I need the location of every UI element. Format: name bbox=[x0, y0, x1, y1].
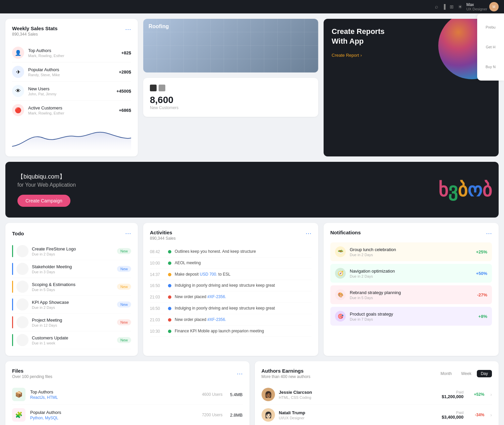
notif-value: +8% bbox=[479, 314, 487, 319]
sales-chart bbox=[12, 123, 131, 150]
activities-menu[interactable]: ⋯ bbox=[305, 230, 312, 237]
earnings-subtitle: More than 400 new authors bbox=[262, 374, 311, 379]
avatar[interactable]: M bbox=[489, 2, 499, 11]
stat-name: Popular Authors bbox=[28, 67, 119, 72]
campaign-sub: for Your Web Application bbox=[17, 182, 487, 188]
period-tabs: Month Week Day bbox=[437, 370, 492, 377]
middle-top: Roofing 8,600 New Customers bbox=[143, 19, 318, 156]
notif-icon-rebrand: 🎨 bbox=[335, 289, 346, 300]
period-day[interactable]: Day bbox=[477, 370, 492, 377]
active-customers-icon: 🔴 bbox=[12, 104, 24, 116]
activity-dot bbox=[168, 318, 171, 322]
activity-time: 10:00 bbox=[150, 260, 165, 266]
todo-avatar bbox=[16, 334, 29, 346]
activities-list: 08:42 Outlines keep you honest. And keep… bbox=[150, 246, 312, 337]
search-icon[interactable]: ⌕ bbox=[435, 4, 438, 10]
file-name: Popular Authors bbox=[30, 410, 196, 415]
activity-item: 14:37 Make deposit USD 700. to ESL bbox=[150, 269, 312, 280]
activity-dot bbox=[168, 250, 171, 253]
customers-label: New Customers bbox=[150, 105, 312, 110]
activity-dot bbox=[168, 307, 171, 310]
activity-text: Indulging in poorly driving and keep str… bbox=[175, 283, 275, 288]
todo-name: Customers Update bbox=[32, 335, 117, 340]
create-campaign-button[interactable]: Create Campaign bbox=[17, 195, 70, 207]
files-list: 📦 Top Authors ReactJs, HTML 4600 Users 5… bbox=[12, 384, 243, 425]
grid-icon[interactable]: ⊞ bbox=[450, 4, 454, 9]
todo-badge: New bbox=[117, 319, 131, 325]
campaign-banner: 【biqubiqu.com】 for Your Web Application … bbox=[5, 162, 499, 218]
stats-list: 👤 Top Authors Mark, Rowling, Esther +82$… bbox=[12, 43, 131, 120]
files-menu[interactable]: ⋯ bbox=[237, 370, 243, 377]
side-panel-prebu[interactable]: Prebu bbox=[486, 25, 495, 29]
stat-value: +686$ bbox=[119, 108, 131, 113]
activity-link[interactable]: #XF-2356. bbox=[207, 317, 226, 322]
user-role: UX Designer bbox=[466, 7, 487, 11]
todo-avatar bbox=[16, 245, 29, 257]
activity-link[interactable]: #XF-2356. bbox=[207, 294, 226, 299]
user-info: Max UX Designer M bbox=[466, 2, 499, 11]
side-panel-buy-n[interactable]: Buy N bbox=[486, 65, 496, 69]
notif-sub: Due in 5 Days bbox=[350, 296, 473, 300]
todo-bar bbox=[12, 245, 13, 257]
todo-card: Todo ⋯ Create FireStone Logo Due in 2 Da… bbox=[5, 223, 138, 356]
todo-bar bbox=[12, 263, 13, 275]
notif-title: Navigation optimization bbox=[350, 269, 472, 274]
paid-amount: $1,200,000 bbox=[442, 394, 463, 399]
shape-y: ბ bbox=[458, 179, 467, 201]
row-3: Files Over 100 pending files ⋯ 📦 Top Aut… bbox=[0, 361, 504, 425]
chevron-right-icon[interactable]: › bbox=[490, 412, 492, 418]
todo-badge: New bbox=[117, 301, 131, 308]
period-week[interactable]: Week bbox=[457, 370, 475, 377]
notif-title: Group lunch celebration bbox=[350, 247, 472, 252]
todo-header: Todo ⋯ bbox=[12, 230, 131, 237]
todo-due: Due in 5 Days bbox=[32, 288, 117, 292]
shape-g: ვ bbox=[448, 179, 458, 201]
todo-bar bbox=[12, 316, 13, 328]
stat-top-authors: 👤 Top Authors Mark, Rowling, Esther +82$ bbox=[12, 43, 131, 62]
top-authors-icon: 👤 bbox=[12, 47, 24, 59]
activity-link[interactable]: USD 700. bbox=[200, 272, 217, 277]
notifications-menu[interactable]: ⋯ bbox=[486, 230, 492, 237]
chevron-right-icon[interactable]: › bbox=[490, 392, 492, 397]
customers-number: 8,600 bbox=[150, 95, 312, 105]
todo-menu[interactable]: ⋯ bbox=[125, 230, 131, 237]
notif-sub: Due in 2 Days bbox=[350, 253, 472, 257]
period-month[interactable]: Month bbox=[437, 370, 456, 377]
paid-label: Paid bbox=[442, 390, 463, 394]
stat-value: +280$ bbox=[119, 69, 131, 75]
notif-title: Rebrand strategy planning bbox=[350, 290, 473, 295]
create-report-link[interactable]: Create Report › bbox=[332, 53, 362, 58]
activity-time: 10:30 bbox=[150, 328, 165, 334]
file-icon-top-authors: 📦 bbox=[12, 388, 25, 401]
activity-item: 08:42 Outlines keep you honest. And keep… bbox=[150, 246, 312, 257]
popular-authors-icon: ✈ bbox=[12, 66, 24, 78]
activity-text: New order placed #XF-2356. bbox=[175, 294, 226, 300]
activity-item: 10:00 AEOL meeting bbox=[150, 257, 312, 269]
author-change: -34% bbox=[467, 413, 484, 417]
theme-icon[interactable]: ☀ bbox=[458, 4, 462, 10]
activity-item: 16:50 Indulging in poorly driving and ke… bbox=[150, 303, 312, 314]
side-panel-get-h[interactable]: Get H bbox=[486, 45, 496, 49]
sales-menu[interactable]: ⋯ bbox=[125, 26, 131, 33]
notifications-title: Notifications bbox=[330, 230, 361, 235]
file-name: Top Authors bbox=[30, 389, 196, 394]
weekly-sales-card: Weekly Sales Stats 890,344 Sales ⋯ 👤 Top… bbox=[5, 19, 138, 156]
notifications-card: Notifications ⋯ 🥗 Group lunch celebratio… bbox=[324, 223, 499, 356]
todo-avatar bbox=[16, 263, 29, 275]
stat-sub: Randy, Steve, Mike bbox=[28, 73, 119, 77]
notif-value: +25% bbox=[476, 249, 487, 254]
todo-due: Due in 2 Days bbox=[32, 305, 117, 310]
files-title: Files bbox=[12, 368, 52, 374]
todo-bar bbox=[12, 334, 13, 346]
shape-b: ხ bbox=[438, 179, 448, 201]
todo-name: Scoping & Estimations bbox=[32, 282, 117, 287]
activity-item: 16:50 Indulging in poorly driving and ke… bbox=[150, 280, 312, 291]
sq-dark bbox=[150, 85, 157, 91]
todo-due: Due in 1 week bbox=[32, 341, 117, 345]
notif-item: 🎨 Rebrand strategy planning Due in 5 Day… bbox=[330, 285, 492, 304]
shape-r: ბ bbox=[482, 179, 492, 201]
stat-sub: Mark, Rowling, Esther bbox=[28, 111, 119, 115]
files-header: Files Over 100 pending files ⋯ bbox=[12, 368, 243, 379]
activity-time: 16:50 bbox=[150, 305, 165, 311]
todo-list: Create FireStone Logo Due in 2 Days New … bbox=[12, 242, 131, 349]
